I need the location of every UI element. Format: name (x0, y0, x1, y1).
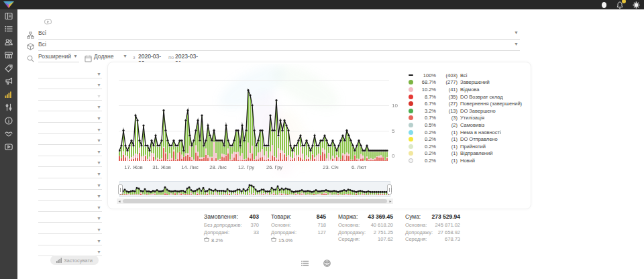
legend-item[interactable]: 0.2%(1)Нема в наявності (409, 129, 528, 136)
legend-item[interactable]: 68.7%(277)Завершений (409, 79, 528, 87)
sidebar-item-price-tag[interactable] (0, 62, 17, 75)
apply-filters-label: Застосувати (64, 258, 93, 264)
sidebar-item-analytics-chart[interactable] (0, 88, 17, 101)
filter-row-10[interactable]: ▼ (38, 167, 102, 178)
notification-badge (622, 0, 626, 3)
legend-count: (1) (439, 136, 458, 142)
settings-icon[interactable] (632, 1, 640, 9)
legend-swatch-icon (409, 137, 413, 142)
source-filter[interactable]: Всі ▼ (38, 30, 520, 40)
filter-row-1[interactable]: ▼ (38, 67, 102, 78)
legend-label: Утилізація (460, 115, 484, 121)
sidebar-item-customers[interactable] (0, 36, 17, 49)
legend-swatch-icon (409, 95, 413, 99)
stat-subrow: Допродані:33 (204, 229, 259, 237)
legend-item[interactable]: 8.7%(35)DO Возврат склад (409, 93, 528, 101)
sidebar-item-orders-list[interactable] (0, 23, 17, 36)
chevron-down-icon: ▼ (97, 249, 101, 254)
stat-column: Сума:273 529.94Основна:245 871.02Допрода… (405, 213, 460, 243)
filter-row-9[interactable]: ▼ (38, 156, 102, 168)
video-help-icon[interactable] (44, 16, 52, 28)
sidebar-item-partners[interactable] (0, 127, 17, 141)
legend-item[interactable]: 0.5%(2)Самовивіз (409, 121, 528, 129)
x-tick-label: 14. Лис (176, 164, 203, 170)
legend-percent: 6.7% (416, 101, 436, 107)
scrollbar-thumb[interactable] (123, 199, 387, 203)
sidebar-item-info[interactable] (0, 114, 17, 127)
stat-percent-row: 8.2% (204, 237, 259, 243)
chevron-down-icon: ▼ (97, 105, 101, 109)
legend-swatch-icon (409, 80, 413, 85)
filter-row-7[interactable]: ▼ (38, 134, 102, 146)
legend-item[interactable]: 3.2%(13)DO Завершено (409, 107, 528, 115)
sidebar-item-marketing-megaphone[interactable] (0, 75, 17, 89)
filter-row-12[interactable]: ▼ (38, 190, 102, 201)
sidebar-item-store[interactable] (0, 49, 17, 62)
filter-row-17[interactable]: ▼ (38, 245, 102, 257)
chart-x-axis: 17. Жов31. Жов14. Лис28. Лис12. Гру26. Г… (119, 164, 400, 171)
chevron-down-icon: ▼ (97, 138, 101, 143)
legend-count: (1) (439, 129, 458, 135)
stat-subrow: Основна:245 871.02 (405, 222, 460, 229)
brush-handle-right[interactable] (387, 184, 392, 194)
legend-count: (41) (439, 87, 458, 93)
filter-row-2[interactable]: ▼ (38, 78, 102, 90)
sidebar-item-settings-sliders[interactable] (0, 101, 17, 115)
legend-count: (13) (439, 108, 458, 114)
scroll-right-arrow-icon[interactable]: ▸ (388, 199, 393, 204)
apply-filters-button[interactable]: Застосувати (50, 256, 99, 265)
list-view-icon[interactable] (301, 258, 309, 270)
filter-row-14[interactable]: ▼ (38, 212, 102, 223)
scroll-left-arrow-icon[interactable]: ◂ (117, 199, 122, 204)
chevron-down-icon: ▼ (97, 172, 101, 176)
date-from-input[interactable]: 2020-03-20 (138, 53, 166, 62)
filter-row-6[interactable]: ▼ (38, 123, 102, 134)
chevron-down-icon: ▼ (123, 54, 127, 58)
stat-subrow: Допродані:127 (271, 229, 326, 237)
filter-row-11[interactable]: ▼ (38, 178, 102, 190)
date-field-select[interactable]: Додане ▼ (94, 53, 129, 62)
legend-item[interactable]: 0.2%(1)Новий (409, 157, 528, 164)
legend-item[interactable]: 10.2%(41)Відмова (409, 86, 528, 93)
sidebar-item-dashboard[interactable] (0, 9, 17, 23)
date-to-input[interactable]: 2023-03-21 (175, 53, 203, 62)
filter-row-3[interactable]: ▼ (38, 89, 102, 101)
products-view-icon[interactable] (323, 258, 331, 270)
search-mode-select[interactable]: Розширений ▼ (38, 53, 79, 62)
filter-row-8[interactable]: ▼ (38, 145, 102, 156)
filter-row-13[interactable]: ▼ (38, 201, 102, 212)
legend-percent: 0.2% (416, 136, 436, 142)
legend-label: DO Возврат склад (460, 94, 503, 100)
stat-value: 43 369.45 (368, 213, 393, 220)
chart-minimap[interactable] (119, 181, 390, 197)
orders-chart[interactable] (119, 66, 400, 166)
legend-count: (27) (439, 101, 458, 107)
notifications-bell-icon[interactable] (616, 1, 624, 9)
horizontal-scrollbar[interactable]: ◂ ▸ (117, 199, 393, 204)
legend-label: Всі (460, 72, 467, 78)
filter-row-16[interactable]: ▼ (38, 234, 102, 245)
legend-item[interactable]: 100%(403)Всі (409, 72, 528, 79)
sidebar-item-video-tutorials[interactable] (0, 140, 17, 154)
filter-row-15[interactable]: ▼ (38, 223, 102, 234)
stat-percent-row: 15.0% (271, 237, 326, 243)
filter-row-5[interactable]: ▼ (38, 111, 102, 123)
legend-item[interactable]: 0.2%(1)DO Отправлено (409, 135, 528, 143)
legend-swatch-icon (409, 158, 413, 163)
legend-item[interactable]: 6.7%(27)Повернення (завершений) (409, 100, 528, 107)
legend-item[interactable]: 0.2%(1)Прийнятий (409, 143, 528, 150)
product-filter[interactable]: Всі ▼ (38, 41, 520, 51)
chevron-down-icon: ▼ (97, 82, 101, 87)
stat-column: Маржа:43 369.45Основна:40 618.20Допродаж… (338, 213, 393, 243)
user-icon[interactable] (600, 1, 608, 9)
legend-item[interactable]: 0.2%(1)Відправлений (409, 150, 528, 158)
brush-handle-left[interactable] (118, 184, 123, 194)
legend-percent: 0.5% (416, 122, 436, 128)
legend-label: Самовивіз (460, 122, 484, 128)
legend-label: DO Завершено (460, 108, 496, 114)
legend-item[interactable]: 0.7%(3)Утилізація (409, 115, 528, 122)
search-mode-value: Розширений (38, 53, 71, 60)
filter-row-4[interactable]: ▼ (38, 101, 102, 112)
app-logo-icon[interactable] (3, 1, 15, 9)
legend-count: (1) (439, 150, 458, 156)
